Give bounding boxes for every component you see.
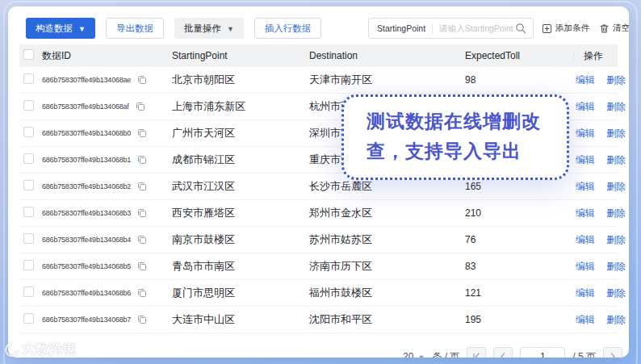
clear-button[interactable]: 清空	[599, 23, 629, 34]
edit-link[interactable]: 编辑	[576, 180, 595, 194]
column-header-expectedtoll: ExpectedToll	[465, 50, 573, 61]
copy-icon[interactable]	[137, 208, 147, 218]
pagination-bar: 20 ▼ 条 / 页 / 5 页	[403, 347, 622, 358]
export-data-button[interactable]: 导出数据	[106, 18, 164, 39]
chevron-down-icon: ▼	[78, 26, 86, 33]
table-row: 686b758307ffe49b134068b3 西安市雁塔区 郑州市金水区 2…	[19, 200, 618, 227]
row-checkbox[interactable]	[23, 313, 34, 324]
column-header-destination: Destination	[309, 50, 465, 61]
search-icon[interactable]	[515, 23, 526, 34]
tooltip-line-1: 测试数据在线增删改	[367, 107, 559, 136]
select-all-checkbox[interactable]	[23, 49, 34, 60]
row-checkbox[interactable]	[23, 100, 34, 111]
delete-link[interactable]: 删除	[606, 100, 626, 114]
row-destination: 济南市历下区	[309, 259, 465, 274]
callout-tooltip: 测试数据在线增删改 查，支持导入导出	[341, 94, 569, 180]
export-data-label: 导出数据	[116, 23, 153, 35]
copy-icon[interactable]	[137, 235, 147, 245]
plus-square-icon	[542, 23, 552, 34]
row-startingpoint: 西安市雁塔区	[172, 206, 309, 220]
edit-link[interactable]: 编辑	[576, 207, 595, 220]
row-expectedtoll: 98	[465, 74, 573, 86]
row-expectedtoll: 121	[465, 287, 573, 299]
row-checkbox[interactable]	[23, 233, 34, 244]
page-size-unit: 条 / 页	[432, 350, 459, 358]
row-expectedtoll: 76	[465, 234, 573, 245]
row-startingpoint: 成都市锦江区	[172, 153, 309, 167]
column-header-actions: 操作	[573, 50, 618, 61]
row-startingpoint: 南京市鼓楼区	[172, 232, 309, 247]
search-input[interactable]	[439, 23, 515, 33]
delete-link[interactable]: 删除	[606, 287, 626, 300]
row-startingpoint: 武汉市江汉区	[172, 179, 309, 194]
delete-link[interactable]: 删除	[606, 180, 626, 194]
row-startingpoint: 上海市浦东新区	[172, 99, 309, 114]
row-expectedtoll: 165	[465, 181, 573, 192]
row-data-id: 686b758307ffe49b134068af	[42, 103, 129, 111]
delete-link[interactable]: 删除	[606, 73, 626, 87]
batch-operation-label: 批量操作	[184, 23, 221, 35]
copy-icon[interactable]	[137, 261, 147, 271]
copy-icon[interactable]	[137, 315, 147, 324]
row-destination: 长沙市岳麓区	[309, 179, 465, 194]
edit-link[interactable]: 编辑	[576, 313, 595, 327]
row-checkbox[interactable]	[23, 153, 34, 164]
copy-icon[interactable]	[137, 75, 147, 85]
page-size-select[interactable]: 20 ▼	[403, 351, 425, 358]
row-checkbox[interactable]	[23, 207, 34, 217]
next-page-button[interactable]	[603, 347, 622, 358]
row-destination: 天津市南开区	[309, 73, 465, 87]
copy-icon[interactable]	[137, 128, 147, 138]
construct-data-label: 构造数据	[36, 23, 73, 35]
column-header-startingpoint: StartingPoint	[172, 50, 309, 61]
row-checkbox[interactable]	[23, 73, 34, 84]
delete-link[interactable]: 删除	[606, 260, 626, 274]
edit-link[interactable]: 编辑	[576, 233, 595, 247]
row-checkbox[interactable]	[23, 127, 34, 137]
first-page-button[interactable]	[467, 347, 486, 358]
row-startingpoint: 北京市朝阳区	[172, 73, 309, 87]
edit-link[interactable]: 编辑	[576, 73, 595, 87]
copy-icon[interactable]	[137, 288, 147, 298]
table-row: 686b758307ffe49b134068b7 大连市中山区 沈阳市和平区 1…	[19, 307, 618, 333]
search-box[interactable]: StartingPoint	[368, 18, 534, 39]
current-page-input[interactable]	[520, 347, 565, 358]
delete-link[interactable]: 删除	[606, 153, 626, 167]
total-pages-label: / 5 页	[572, 350, 596, 358]
delete-link[interactable]: 删除	[606, 233, 626, 247]
row-startingpoint: 广州市天河区	[172, 126, 309, 140]
edit-link[interactable]: 编辑	[576, 260, 595, 274]
row-checkbox[interactable]	[23, 180, 34, 190]
delete-link[interactable]: 删除	[606, 313, 626, 327]
delete-link[interactable]: 删除	[606, 127, 626, 140]
row-data-id: 686b758307ffe49b134068b5	[42, 262, 131, 270]
construct-data-button[interactable]: 构造数据 ▼	[26, 18, 95, 39]
delete-link[interactable]: 删除	[606, 207, 626, 220]
edit-link[interactable]: 编辑	[576, 100, 595, 114]
table-row: 686b758307ffe49b134068b5 青岛市市南区 济南市历下区 8…	[19, 253, 618, 280]
copy-icon[interactable]	[136, 102, 145, 111]
row-data-id: 686b758307ffe49b134068b0	[42, 129, 131, 137]
copy-icon[interactable]	[137, 155, 147, 165]
column-header-id: 数据ID	[42, 49, 172, 63]
clear-label: 清空	[613, 23, 629, 34]
filter-bar: StartingPoint 添加条件 清空 ⚙ 设	[368, 18, 629, 39]
table-row: 686b758307ffe49b134068b4 南京市鼓楼区 苏州市姑苏区 7…	[19, 227, 618, 253]
row-data-id: 686b758307ffe49b134068b3	[42, 209, 131, 217]
row-startingpoint: 大连市中山区	[172, 312, 309, 327]
insert-row-button[interactable]: 插入行数据	[254, 18, 322, 39]
prev-page-button[interactable]	[493, 347, 513, 358]
search-field-label: StartingPoint	[377, 23, 425, 33]
copy-icon[interactable]	[137, 182, 147, 191]
edit-link[interactable]: 编辑	[576, 153, 595, 167]
edit-link[interactable]: 编辑	[576, 127, 595, 140]
batch-operation-button[interactable]: 批量操作 ▼	[174, 18, 244, 39]
insert-row-label: 插入行数据	[265, 23, 312, 35]
row-checkbox[interactable]	[23, 260, 34, 270]
edit-link[interactable]: 编辑	[576, 287, 595, 300]
app-window: 构造数据 ▼ 导出数据 批量操作 ▼ 插入行数据 StartingPoint	[8, 6, 629, 358]
toolbar: 构造数据 ▼ 导出数据 批量操作 ▼ 插入行数据	[26, 18, 321, 39]
row-data-id: 686b758307ffe49b134068b2	[42, 182, 131, 190]
add-condition-button[interactable]: 添加条件	[542, 23, 589, 34]
row-checkbox[interactable]	[23, 287, 34, 297]
